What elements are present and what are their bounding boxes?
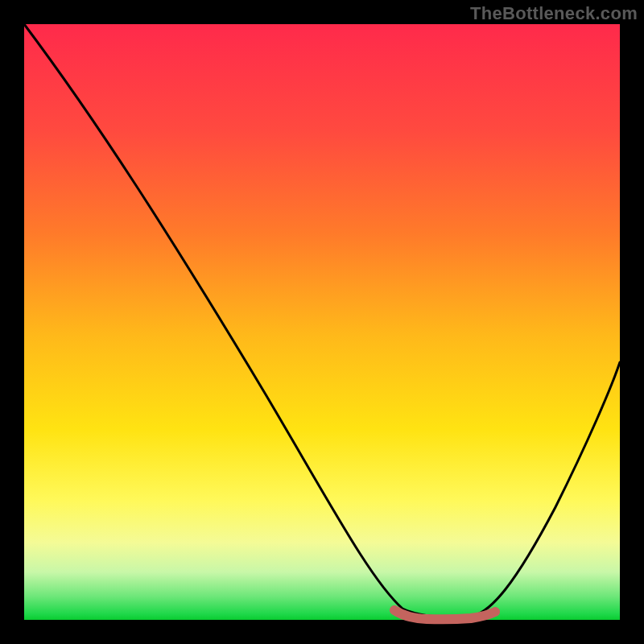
plot-area: [24, 24, 620, 620]
curve-svg: [24, 24, 620, 620]
watermark-text: TheBottleneck.com: [470, 3, 638, 24]
bottleneck-curve: [24, 24, 620, 617]
chart-frame: TheBottleneck.com: [0, 0, 644, 644]
